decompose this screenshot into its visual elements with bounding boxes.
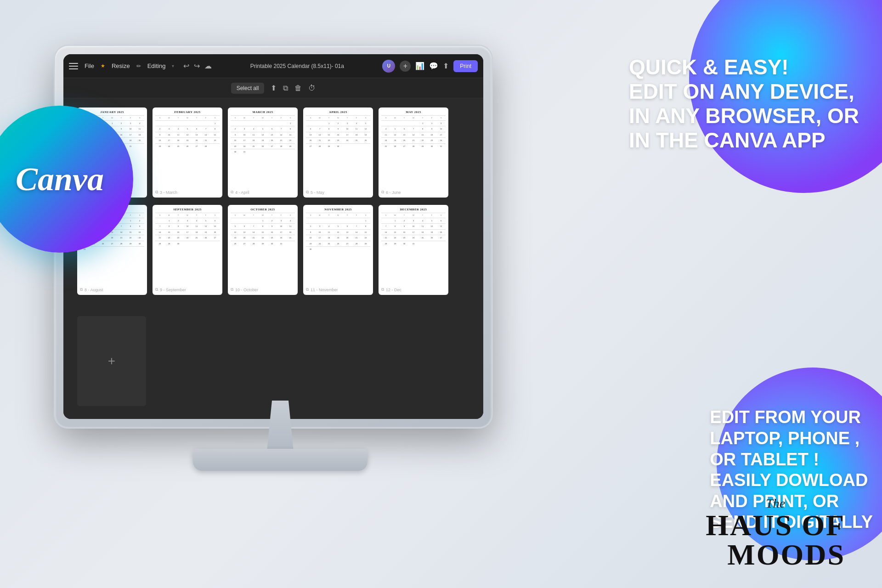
card-label-row: ⧉10 - October [231,287,295,292]
editing-menu[interactable]: Editing [147,62,166,69]
canva-logo-text: Canva [16,160,104,198]
cloud-save-icon[interactable]: ☁ [204,62,212,70]
calendar-card-september[interactable]: SEPTEMBER 2025SMTWTFS 123456789101112131… [153,205,222,295]
file-menu[interactable]: File [85,62,94,69]
calendar-row-1: JANUARY 2025SMTWTFS 12345678910111213141… [77,107,469,198]
document-title: Printable 2025 Calendar (8.5x11)- 01a [250,63,344,69]
calendar-card-march[interactable]: MARCH 2025SMTWTFS 1234567891011121314151… [228,107,298,198]
calendar-card-october[interactable]: OCTOBER 2025SMTWTFS 12345678910111213141… [228,205,298,295]
bubble-top-line-4: IN THE CANVA APP [629,128,859,153]
copy-icon: ⧉ [231,190,233,195]
calendar-card-february[interactable]: FEBRUARY 2025SMTWTFS 1234567891011121314… [153,107,222,198]
user-avatar[interactable]: U [382,60,395,73]
calendar-card-november[interactable]: NOVEMBER 2025SMTWTFS 1234567891011121314… [303,205,373,295]
monitor-wrapper: File ★ Resize ✏ Editing ▾ ↩ ↪ ☁ Printabl… [55,46,505,496]
card-page-label: 10 - October [235,288,258,292]
monitor-frame: File ★ Resize ✏ Editing ▾ ↩ ↪ ☁ Printabl… [55,46,492,427]
export-icon[interactable]: ⬆ [271,84,277,92]
card-page-label: 5 - May [311,190,324,195]
menu-icon[interactable] [69,63,78,69]
comment-icon[interactable]: 💬 [429,62,438,70]
calendar-card-december[interactable]: DECEMBER 2025SMTWTFS 1234567891011121314… [379,205,448,295]
select-all-button[interactable]: Select all [231,83,265,94]
bubble-bottom-line-1: EDIT FROM YOUR [710,407,873,428]
copy-icon: ⧉ [155,190,158,195]
copy-icon: ⧉ [381,190,384,195]
bubble-top-line-3: IN ANY BROWSER, OR [629,104,859,128]
card-label-row: ⧉12 - Dec [381,287,446,292]
plus-icon: + [108,355,115,368]
bubble-top-line-1: QUICK & EASY! [629,55,859,79]
card-page-label: 3 - March [160,190,177,195]
card-page-label: 6 - June [386,190,401,195]
calendar-row-2: AUGUST 2025SMTWTFS 123456789101112131415… [77,205,469,295]
add-collaborator-button[interactable]: + [400,61,411,72]
card-page-label: 9 - September [160,288,186,292]
brand-moods: MOODS [706,540,845,570]
bubble-bottom-line-4: EASILY DOWLOAD [710,470,873,491]
card-label-row: ⧉11 - November [306,287,370,292]
undo-button[interactable]: ↩ [183,62,189,70]
card-label-row: ⧉8 - August [80,287,144,292]
bubble-bottom-line-2: LAPTOP, PHONE , [710,428,873,449]
star-icon: ★ [101,63,105,69]
card-page-label: 12 - Dec [386,288,401,292]
resize-menu[interactable]: Resize [112,62,130,69]
sub-toolbar: Select all ⬆ ⧉ 🗑 ⏱ [63,78,483,98]
timer-icon[interactable]: ⏱ [308,84,316,92]
brand-haus: HAUS OF [706,511,845,540]
card-label-row: ⧉5 - May [306,190,370,195]
chart-icon[interactable]: 📊 [415,62,424,70]
top-bubble-text: QUICK & EASY! EDIT ON ANY DEVICE, IN ANY… [629,55,859,153]
calendar-card-april[interactable]: APRIL 2025SMTWTFS 1234567891011121314151… [303,107,373,198]
copy-icon: ⧉ [381,287,384,292]
card-label-row: ⧉6 - June [381,190,446,195]
copy-icon: ⧉ [306,190,309,195]
delete-icon[interactable]: 🗑 [294,84,302,92]
add-page-button[interactable]: + [77,316,146,406]
monitor-stand-base [193,449,368,471]
chevron-down-icon: ▾ [172,63,174,68]
share-icon[interactable]: ⬆ [443,62,449,70]
duplicate-icon[interactable]: ⧉ [283,84,288,92]
pencil-icon: ✏ [136,63,141,69]
card-page-label: 8 - August [85,288,103,292]
card-label-row: ⧉9 - September [155,287,220,292]
card-page-label: 11 - November [311,288,338,292]
brand-logo: The HAUS OF MOODS [706,496,845,570]
canva-toolbar: File ★ Resize ✏ Editing ▾ ↩ ↪ ☁ Printabl… [63,54,483,78]
card-label-row: ⧉3 - March [155,190,220,195]
canvas-area: JANUARY 2025SMTWTFS 12345678910111213141… [63,98,483,419]
copy-icon: ⧉ [306,287,309,292]
redo-button[interactable]: ↪ [194,62,200,70]
screen-bezel: File ★ Resize ✏ Editing ▾ ↩ ↪ ☁ Printabl… [63,54,483,419]
card-label-row: ⧉4 - April [231,190,295,195]
bubble-top-line-2: EDIT ON ANY DEVICE, [629,79,859,104]
calendar-row-3: + [77,302,469,406]
copy-icon: ⧉ [155,287,158,292]
copy-icon: ⧉ [80,287,83,292]
calendar-card-may[interactable]: MAY 2025SMTWTFS 123456789101112131415161… [379,107,448,198]
card-page-label: 4 - April [235,190,249,195]
bubble-bottom-line-3: OR TABLET ! [710,449,873,470]
print-button[interactable]: Print [453,60,478,72]
copy-icon: ⧉ [231,287,233,292]
